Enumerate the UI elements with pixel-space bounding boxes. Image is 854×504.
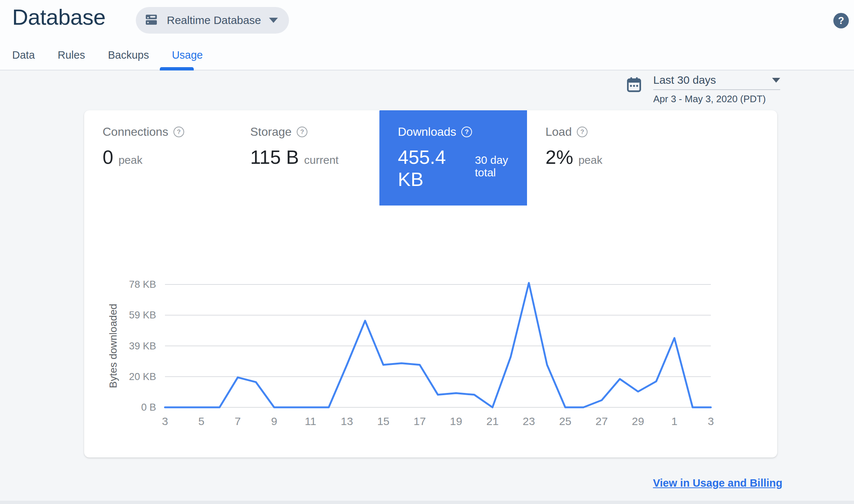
x-tick-label: 29 bbox=[632, 415, 644, 427]
downloads-series-line bbox=[165, 283, 711, 407]
realtime-database-icon bbox=[144, 12, 159, 28]
x-tick-label: 21 bbox=[486, 415, 499, 427]
date-range-selector: Last 30 days Apr 3 - May 3, 2020 (PDT) bbox=[625, 74, 780, 105]
y-tick-label: 39 KB bbox=[129, 341, 156, 352]
x-tick-label: 17 bbox=[414, 415, 426, 427]
help-button[interactable]: ? bbox=[833, 13, 849, 28]
x-tick-label: 25 bbox=[559, 415, 571, 427]
y-tick-label: 78 KB bbox=[129, 279, 156, 290]
database-type-selector[interactable]: Realtime Database bbox=[136, 7, 289, 34]
calendar-icon bbox=[625, 76, 643, 94]
y-axis-title: Bytes downloaded bbox=[107, 304, 119, 388]
date-preset-dropdown[interactable]: Last 30 days bbox=[653, 74, 780, 90]
x-tick-label: 15 bbox=[377, 415, 389, 427]
x-tick-label: 27 bbox=[596, 415, 608, 427]
date-range-text: Apr 3 - May 3, 2020 (PDT) bbox=[653, 93, 780, 105]
view-usage-billing-link[interactable]: View in Usage and Billing bbox=[653, 477, 782, 489]
x-tick-label: 7 bbox=[235, 415, 241, 427]
x-tick-label: 3 bbox=[162, 415, 168, 427]
bottom-edge-strip bbox=[0, 501, 854, 504]
usage-card: Connections ? 0 peak Storage ? 115 B cur… bbox=[84, 110, 777, 458]
x-tick-label: 9 bbox=[271, 415, 277, 427]
x-tick-label: 23 bbox=[523, 415, 535, 427]
chevron-down-icon bbox=[269, 18, 278, 23]
x-tick-label: 11 bbox=[305, 415, 316, 427]
y-tick-label: 20 KB bbox=[129, 371, 156, 382]
chevron-down-icon bbox=[772, 78, 780, 83]
date-preset-label: Last 30 days bbox=[653, 74, 772, 86]
tab-usage[interactable]: Usage bbox=[172, 48, 203, 70]
active-tab-indicator bbox=[160, 67, 194, 70]
page-header: Database Realtime Database ? Data Rules … bbox=[0, 0, 854, 70]
tab-rules[interactable]: Rules bbox=[58, 48, 85, 70]
y-tick-label: 59 KB bbox=[129, 310, 156, 321]
tab-bar: Data Rules Backups Usage bbox=[12, 48, 225, 70]
downloads-line-chart: 0 B20 KB39 KB59 KB78 KB35791113151719212… bbox=[84, 110, 777, 458]
database-type-label: Realtime Database bbox=[167, 14, 261, 27]
x-tick-label: 3 bbox=[708, 415, 714, 427]
x-tick-label: 5 bbox=[198, 415, 204, 427]
x-tick-label: 1 bbox=[671, 415, 678, 427]
tab-data[interactable]: Data bbox=[12, 48, 35, 70]
x-tick-label: 19 bbox=[450, 415, 462, 427]
y-tick-label: 0 B bbox=[141, 402, 156, 413]
page-title: Database bbox=[12, 4, 106, 30]
tab-backups[interactable]: Backups bbox=[108, 48, 149, 70]
x-tick-label: 13 bbox=[341, 415, 353, 427]
